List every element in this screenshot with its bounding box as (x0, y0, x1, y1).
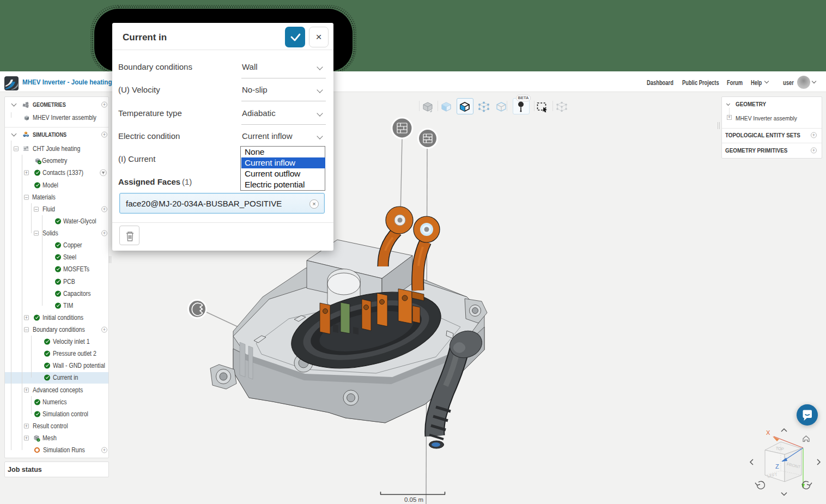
svg-text:TOP: TOP (775, 446, 784, 452)
svg-text:X: X (766, 429, 770, 436)
svg-text:Z: Z (775, 463, 779, 470)
